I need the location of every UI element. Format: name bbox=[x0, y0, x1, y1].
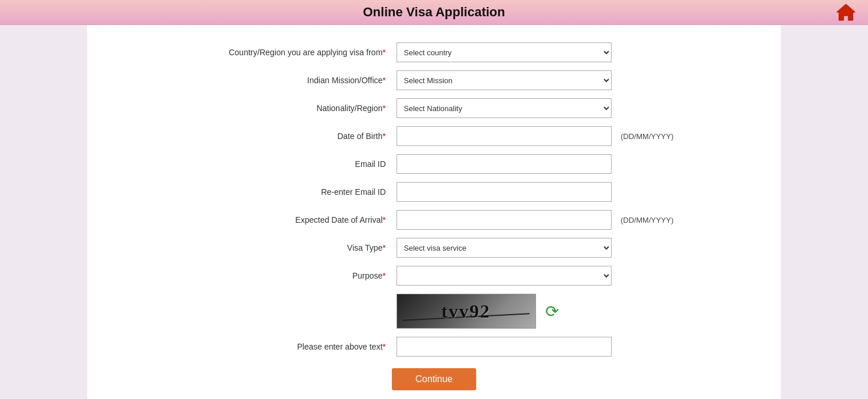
arrival-row: Expected Date of Arrival* (DD/MM/YYYY) bbox=[176, 210, 693, 230]
mission-select[interactable]: Select Mission bbox=[397, 70, 612, 90]
captcha-text: tvv92 bbox=[441, 301, 491, 322]
country-row: Country/Region you are applying visa fro… bbox=[176, 42, 693, 62]
mission-label: Indian Mission/Office* bbox=[176, 76, 397, 85]
dob-row: Date of Birth* (DD/MM/YYYY) bbox=[176, 126, 693, 146]
purpose-row: Purpose* bbox=[176, 266, 693, 286]
visatype-label: Visa Type* bbox=[176, 243, 397, 252]
captcha-input-label: Please enter above text* bbox=[176, 342, 397, 351]
country-required: * bbox=[383, 48, 385, 57]
svg-marker-0 bbox=[837, 4, 855, 20]
arrival-label: Expected Date of Arrival* bbox=[176, 215, 397, 225]
captcha-image: tvv92 bbox=[397, 294, 536, 329]
purpose-label: Purpose* bbox=[176, 271, 397, 280]
arrival-required: * bbox=[383, 215, 385, 225]
purpose-select[interactable] bbox=[397, 266, 612, 286]
dob-hint: (DD/MM/YYYY) bbox=[621, 132, 674, 141]
mission-required: * bbox=[383, 76, 385, 85]
email-label: Email ID bbox=[176, 159, 397, 169]
email-input[interactable] bbox=[397, 154, 612, 174]
page-title: Online Visa Application bbox=[0, 5, 868, 20]
arrival-hint: (DD/MM/YYYY) bbox=[621, 216, 674, 225]
nationality-row: Nationality/Region* Select Nationality bbox=[176, 98, 693, 118]
continue-row: Continue bbox=[176, 368, 693, 390]
refresh-captcha-icon[interactable]: ⟳ bbox=[545, 302, 559, 321]
main-container: Country/Region you are applying visa fro… bbox=[87, 25, 781, 399]
captcha-image-row: tvv92 ⟳ bbox=[397, 294, 693, 329]
nationality-select[interactable]: Select Nationality bbox=[397, 98, 612, 118]
dob-label: Date of Birth* bbox=[176, 131, 397, 141]
country-select[interactable]: Select country bbox=[397, 42, 612, 62]
email-row: Email ID bbox=[176, 154, 693, 174]
arrival-input[interactable] bbox=[397, 210, 612, 230]
reemail-input[interactable] bbox=[397, 182, 612, 202]
top-banner: Online Visa Application bbox=[0, 0, 868, 25]
mission-row: Indian Mission/Office* Select Mission bbox=[176, 70, 693, 90]
visatype-row: Visa Type* Select visa service bbox=[176, 238, 693, 258]
nationality-required: * bbox=[383, 104, 385, 113]
captcha-input[interactable] bbox=[397, 337, 612, 357]
captcha-required: * bbox=[383, 342, 385, 351]
captcha-input-row: Please enter above text* bbox=[176, 337, 693, 357]
country-label: Country/Region you are applying visa fro… bbox=[176, 48, 397, 57]
reemail-label: Re-enter Email ID bbox=[176, 187, 397, 197]
home-icon[interactable] bbox=[835, 2, 856, 23]
continue-button[interactable]: Continue bbox=[392, 368, 476, 390]
dob-required: * bbox=[383, 131, 385, 141]
reemail-row: Re-enter Email ID bbox=[176, 182, 693, 202]
dob-input[interactable] bbox=[397, 126, 612, 146]
form-wrapper: Country/Region you are applying visa fro… bbox=[158, 37, 710, 396]
visatype-required: * bbox=[383, 243, 385, 252]
nationality-label: Nationality/Region* bbox=[176, 104, 397, 113]
purpose-required: * bbox=[383, 271, 385, 280]
visatype-select[interactable]: Select visa service bbox=[397, 238, 612, 258]
